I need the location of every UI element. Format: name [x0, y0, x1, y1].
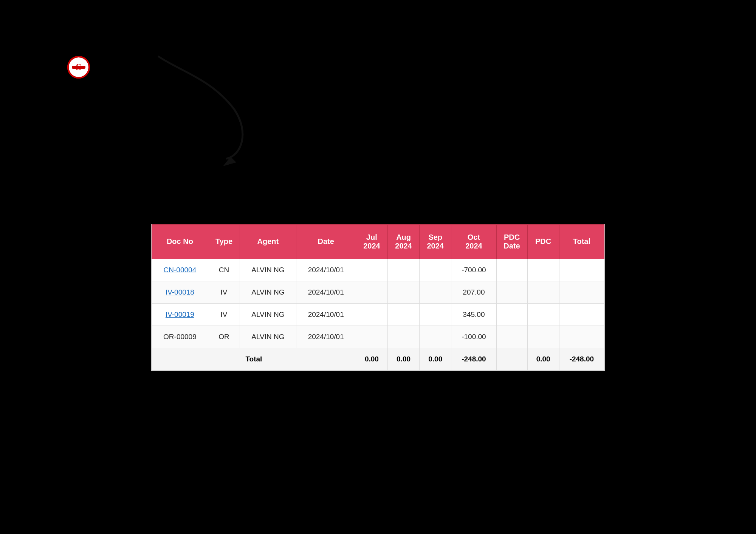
cell-pdc_date — [496, 326, 527, 348]
main-table-wrapper: Doc No Type Agent Date Jul2024 Aug2024 S… — [151, 224, 605, 371]
cell-oct: -700.00 — [451, 259, 496, 281]
cell-doc-no[interactable]: IV-00018 — [152, 281, 208, 303]
cell-pdc — [527, 303, 559, 326]
curved-arrow — [136, 49, 280, 170]
cell-jul — [356, 281, 387, 303]
cell-date: 2024/10/01 — [296, 303, 356, 326]
cell-type: IV — [208, 303, 240, 326]
footer-pdc_date — [496, 348, 527, 370]
header-date: Date — [296, 224, 356, 259]
cell-date: 2024/10/01 — [296, 259, 356, 281]
header-oct2024: Oct2024 — [451, 224, 496, 259]
footer-jul2024: 0.00 — [356, 348, 387, 370]
header-type: Type — [208, 224, 240, 259]
cell-agent: ALVIN NG — [240, 281, 296, 303]
cell-doc-no: OR-00009 — [152, 326, 208, 348]
cell-total — [559, 281, 604, 303]
cell-sep — [420, 259, 451, 281]
cell-total — [559, 303, 604, 326]
cell-aug — [388, 259, 420, 281]
table-footer-row: Total0.000.000.00-248.000.00-248.00 — [152, 348, 604, 370]
header-jul2024: Jul2024 — [356, 224, 387, 259]
cell-date: 2024/10/01 — [296, 326, 356, 348]
table-row: CN-00004CNALVIN NG2024/10/01-700.00 — [152, 259, 604, 281]
cell-total — [559, 326, 604, 348]
cell-pdc — [527, 326, 559, 348]
cell-jul — [356, 326, 387, 348]
cell-doc-no[interactable]: CN-00004 — [152, 259, 208, 281]
header-aug2024: Aug2024 — [388, 224, 420, 259]
cell-aug — [388, 281, 420, 303]
cell-oct: 345.00 — [451, 303, 496, 326]
header-pdc-date: PDCDate — [496, 224, 527, 259]
header-pdc: PDC — [527, 224, 559, 259]
cell-type: OR — [208, 326, 240, 348]
cell-aug — [388, 303, 420, 326]
cell-oct: -100.00 — [451, 326, 496, 348]
cell-doc-no[interactable]: IV-00019 — [152, 303, 208, 326]
footer-label: Total — [152, 348, 356, 370]
cell-pdc — [527, 281, 559, 303]
cell-sep — [420, 281, 451, 303]
table-row: OR-00009ORALVIN NG2024/10/01-100.00 — [152, 326, 604, 348]
doc-no-link[interactable]: IV-00019 — [166, 310, 194, 318]
cell-sep — [420, 303, 451, 326]
cell-sep — [420, 326, 451, 348]
cell-type: IV — [208, 281, 240, 303]
doc-no-link[interactable]: CN-00004 — [164, 266, 197, 274]
cell-jul — [356, 259, 387, 281]
footer-pdc: 0.00 — [527, 348, 559, 370]
cell-agent: ALVIN NG — [240, 303, 296, 326]
table-row: IV-00018IVALVIN NG2024/10/01207.00 — [152, 281, 604, 303]
header-total: Total — [559, 224, 604, 259]
table-header-row: Doc No Type Agent Date Jul2024 Aug2024 S… — [152, 224, 604, 259]
financial-table: Doc No Type Agent Date Jul2024 Aug2024 S… — [152, 224, 604, 370]
cell-agent: ALVIN NG — [240, 259, 296, 281]
svg-text:S: S — [76, 62, 81, 73]
cell-pdc_date — [496, 303, 527, 326]
header-agent: Agent — [240, 224, 296, 259]
cell-jul — [356, 303, 387, 326]
header-doc-no: Doc No — [152, 224, 208, 259]
svg-marker-4 — [223, 157, 236, 166]
footer-total: -248.00 — [559, 348, 604, 370]
cell-type: CN — [208, 259, 240, 281]
footer-sep2024: 0.00 — [420, 348, 451, 370]
cell-pdc — [527, 259, 559, 281]
cell-date: 2024/10/01 — [296, 281, 356, 303]
cell-pdc_date — [496, 259, 527, 281]
cell-total — [559, 259, 604, 281]
no-entry-icon: S — [67, 56, 90, 79]
footer-oct2024: -248.00 — [451, 348, 496, 370]
footer-aug2024: 0.00 — [388, 348, 420, 370]
cell-aug — [388, 326, 420, 348]
cell-pdc_date — [496, 281, 527, 303]
cell-oct: 207.00 — [451, 281, 496, 303]
table-row: IV-00019IVALVIN NG2024/10/01345.00 — [152, 303, 604, 326]
header-sep2024: Sep2024 — [420, 224, 451, 259]
doc-no-link[interactable]: IV-00018 — [166, 288, 194, 296]
cell-agent: ALVIN NG — [240, 326, 296, 348]
